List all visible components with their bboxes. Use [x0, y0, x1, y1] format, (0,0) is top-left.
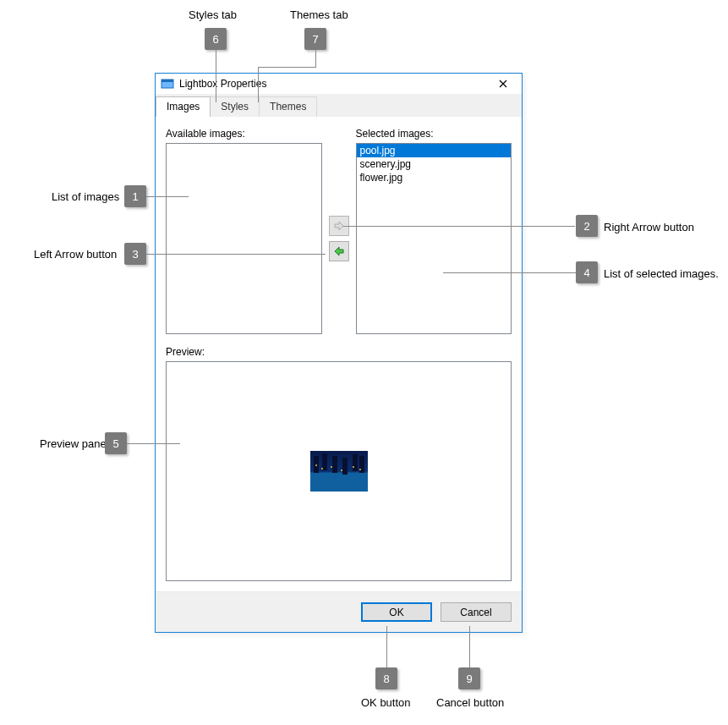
callout-label-6: Styles tab	[189, 8, 237, 21]
tab-images[interactable]: Images	[156, 96, 211, 117]
callout-box-5: 5	[105, 432, 127, 454]
callout-line	[127, 443, 180, 444]
cancel-button[interactable]: Cancel	[441, 602, 512, 622]
callout-line	[258, 67, 316, 68]
callout-box-2: 2	[576, 215, 598, 237]
window-title: Lightbox Properties	[179, 78, 490, 90]
callout-box-3: 3	[124, 243, 146, 265]
tab-content-images: Available images: Selected images:	[156, 118, 522, 591]
callout-label-4: List of selected images.	[604, 267, 719, 280]
preview-thumbnail	[310, 451, 368, 492]
preview-pane	[166, 361, 512, 581]
callout-line	[443, 272, 576, 273]
callout-line	[216, 50, 216, 102]
lightbox-properties-window: Lightbox Properties Images Styles Themes…	[155, 73, 523, 633]
callout-box-1: 1	[124, 185, 146, 207]
ok-button[interactable]: OK	[361, 602, 432, 622]
tab-themes[interactable]: Themes	[259, 96, 317, 117]
callout-line	[343, 226, 575, 227]
selected-images-label: Selected images:	[356, 128, 512, 140]
tab-styles[interactable]: Styles	[210, 96, 260, 117]
callout-box-6: 6	[205, 28, 227, 50]
callout-label-2: Right Arrow button	[604, 221, 694, 233]
callout-line	[258, 67, 259, 102]
callout-box-9: 9	[458, 667, 480, 689]
selected-images-listbox[interactable]: pool.jpg scenery.jpg flower.jpg	[356, 143, 512, 334]
preview-label: Preview:	[166, 346, 512, 358]
callout-box-4: 4	[576, 261, 598, 283]
callout-line	[386, 626, 387, 668]
callout-box-7: 7	[304, 28, 326, 50]
callout-label-8: OK button	[361, 696, 411, 709]
dialog-button-bar: OK Cancel	[156, 591, 522, 632]
list-item[interactable]: pool.jpg	[357, 144, 512, 157]
titlebar: Lightbox Properties	[156, 74, 522, 95]
arrow-left-icon	[332, 244, 346, 258]
callout-label-3: Left Arrow button	[34, 248, 117, 261]
callout-line	[146, 254, 326, 255]
tab-bar: Images Styles Themes	[156, 95, 522, 118]
list-item[interactable]: scenery.jpg	[357, 157, 512, 171]
callout-box-8: 8	[375, 667, 397, 689]
close-button[interactable]	[490, 74, 517, 94]
list-item[interactable]: flower.jpg	[357, 171, 512, 184]
callout-line	[469, 626, 470, 668]
available-images-listbox[interactable]	[166, 143, 322, 334]
app-icon	[161, 77, 174, 91]
callout-label-1: List of images	[52, 190, 119, 203]
callout-line	[146, 196, 189, 197]
callout-label-5: Preview pane	[40, 437, 107, 450]
left-arrow-button[interactable]	[329, 241, 349, 261]
svg-rect-1	[161, 80, 173, 82]
callout-line	[315, 50, 316, 67]
callout-label-9: Cancel button	[436, 696, 504, 709]
callout-label-7: Themes tab	[290, 8, 348, 21]
available-images-label: Available images:	[166, 128, 322, 140]
